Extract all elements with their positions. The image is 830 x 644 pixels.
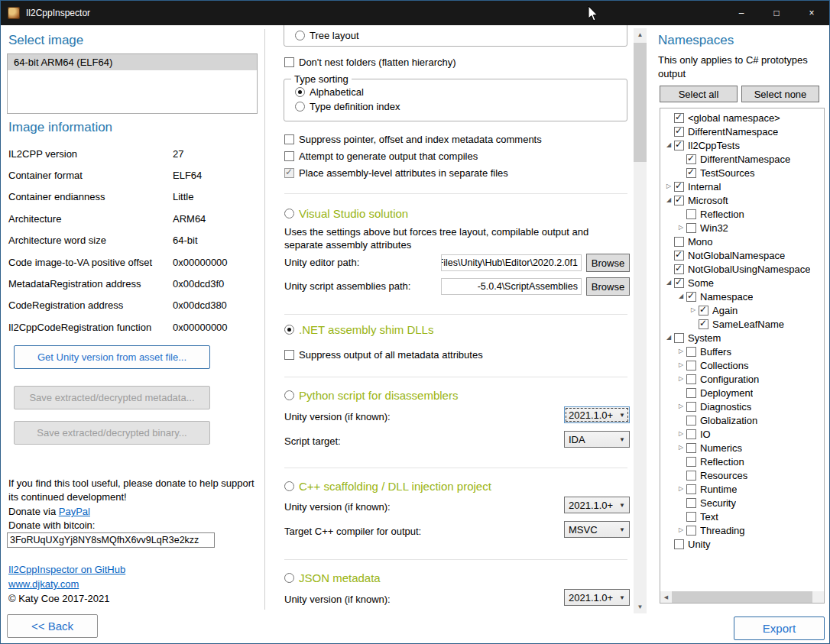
compilable-output-checkbox[interactable] (284, 151, 294, 161)
namespace-checkbox[interactable] (674, 141, 684, 150)
namespace-checkbox[interactable] (686, 223, 696, 233)
namespace-checkbox[interactable] (674, 278, 684, 288)
expander-expanded-icon[interactable]: ◢ (663, 331, 674, 345)
expander-collapsed-icon[interactable]: ▷ (676, 221, 686, 235)
script-assemblies-path-input[interactable]: -5.0.4\ScriptAssemblies (441, 278, 582, 295)
json-metadata-radio[interactable] (284, 573, 294, 583)
export-button[interactable]: Export (734, 616, 825, 640)
expander-collapsed-icon[interactable]: ▷ (688, 303, 699, 317)
namespace-tree-item[interactable]: <global namespace> (660, 111, 824, 125)
namespace-tree-item[interactable]: ▷Again (660, 303, 824, 317)
namespace-tree-item[interactable]: ▷Buffers (660, 345, 824, 358)
namespace-checkbox[interactable] (686, 402, 696, 412)
namespace-checkbox[interactable] (686, 526, 696, 536)
namespace-checkbox[interactable] (674, 182, 684, 192)
alphabetical-radio[interactable] (295, 87, 305, 97)
python-script-radio[interactable] (284, 390, 294, 400)
cpp-scaffolding-radio[interactable] (284, 481, 294, 491)
namespace-tree-item[interactable]: Deployment (660, 386, 824, 400)
namespace-checkbox[interactable] (674, 113, 684, 123)
python-unity-version-select[interactable]: 2021.1.0+ ▼ (564, 406, 630, 423)
namespace-checkbox[interactable] (686, 168, 696, 178)
website-link[interactable]: www.djkaty.com (8, 578, 79, 590)
expander-collapsed-icon[interactable]: ▷ (676, 523, 686, 537)
unity-editor-path-input[interactable]: Files\Unity\Hub\Editor\2020.2.0f1 (441, 254, 582, 271)
namespace-checkbox[interactable] (686, 512, 696, 522)
suppress-comments-checkbox[interactable] (284, 134, 294, 144)
scroll-up-icon[interactable]: ▲ (634, 28, 647, 41)
namespace-tree-item[interactable]: ▷Collections (660, 358, 824, 372)
namespace-tree-item[interactable]: Resources (660, 468, 824, 482)
namespace-tree-item[interactable]: ◢System (660, 331, 824, 345)
namespace-checkbox[interactable] (686, 416, 696, 426)
namespace-checkbox[interactable] (686, 471, 696, 481)
namespace-checkbox[interactable] (686, 154, 696, 164)
shim-dlls-radio[interactable] (284, 325, 294, 335)
expander-collapsed-icon[interactable]: ▷ (676, 345, 686, 358)
suppress-metadata-attributes-checkbox[interactable] (284, 350, 294, 360)
namespace-tree-item[interactable]: ▷Runtime (660, 482, 824, 496)
close-icon[interactable]: × (794, 1, 829, 25)
expander-collapsed-icon[interactable]: ▷ (676, 358, 686, 372)
expander-collapsed-icon[interactable]: ▷ (676, 372, 686, 386)
titlebar[interactable]: Il2CppInspector – □ × (1, 1, 829, 25)
namespace-checkbox[interactable] (699, 306, 708, 316)
namespace-tree-item[interactable]: ▷Numerics (660, 441, 824, 455)
namespace-tree-item[interactable]: Text (660, 510, 824, 523)
namespace-checkbox[interactable] (674, 333, 684, 343)
expander-collapsed-icon[interactable]: ▷ (676, 400, 686, 413)
maximize-icon[interactable]: □ (759, 1, 794, 25)
namespace-checkbox[interactable] (674, 539, 684, 549)
namespace-tree-item[interactable]: Reflection (660, 455, 824, 468)
namespace-tree-item[interactable]: ◢Some (660, 276, 824, 290)
image-list-item[interactable]: 64-bit ARM64 (ELF64) (8, 54, 257, 70)
namespace-tree-item[interactable]: NotGlobalUsingNamespace (660, 262, 824, 276)
namespace-checkbox[interactable] (686, 498, 696, 508)
script-target-select[interactable]: IDA ▼ (564, 431, 630, 448)
center-scrollbar[interactable]: ▲ ▼ (634, 28, 647, 613)
expander-expanded-icon[interactable]: ◢ (663, 276, 674, 290)
expander-expanded-icon[interactable]: ◢ (676, 290, 686, 303)
namespace-tree-item[interactable]: DifferentNamespace (660, 152, 824, 166)
tree-layout-radio[interactable] (295, 31, 305, 40)
namespace-tree-item[interactable]: ▷Internal (660, 180, 824, 193)
cpp-unity-version-select[interactable]: 2021.1.0+ ▼ (564, 497, 630, 513)
namespace-tree-item[interactable]: Unity (660, 537, 824, 551)
namespace-checkbox[interactable] (674, 251, 684, 261)
namespace-tree-item[interactable]: ▷Diagnostics (660, 400, 824, 413)
namespace-checkbox[interactable] (699, 319, 708, 329)
scrollbar-thumb[interactable] (672, 591, 812, 603)
namespace-tree-item[interactable]: Mono (660, 235, 824, 248)
namespace-tree-item[interactable]: ▷IO (660, 427, 824, 441)
namespace-checkbox[interactable] (686, 374, 696, 384)
expander-expanded-icon[interactable]: ◢ (663, 193, 674, 207)
tree-horizontal-scrollbar[interactable]: ◀ ▶ (660, 591, 824, 603)
namespace-tree-item[interactable]: Security (660, 496, 824, 510)
save-metadata-button[interactable]: Save extracted/decrypted metadata... (14, 386, 210, 409)
bitcoin-address-input[interactable] (7, 532, 215, 548)
expander-collapsed-icon[interactable]: ▷ (676, 441, 686, 455)
namespace-checkbox[interactable] (686, 443, 696, 453)
namespace-tree-item[interactable]: ◢Il2CppTests (660, 138, 824, 152)
back-button[interactable]: << Back (7, 614, 98, 638)
scrollbar-thumb[interactable] (634, 43, 647, 162)
select-all-button[interactable]: Select all (660, 86, 738, 102)
get-unity-version-button[interactable]: Get Unity version from asset file... (14, 345, 210, 369)
namespace-tree-item[interactable]: ▷Threading (660, 523, 824, 537)
namespace-checkbox[interactable] (686, 484, 696, 494)
namespace-checkbox[interactable] (674, 127, 684, 137)
flatten-hierarchy-checkbox[interactable] (284, 57, 294, 67)
namespace-tree-item[interactable]: Reflection (660, 207, 824, 221)
minimize-icon[interactable]: – (724, 1, 759, 25)
namespace-checkbox[interactable] (686, 347, 696, 357)
vs-solution-radio[interactable] (284, 209, 294, 218)
select-none-button[interactable]: Select none (741, 86, 819, 102)
save-binary-button[interactable]: Save extracted/decrypted binary... (14, 421, 210, 445)
image-listbox[interactable]: 64-bit ARM64 (ELF64) (7, 53, 258, 114)
type-definition-index-radio[interactable] (295, 102, 305, 112)
browse-editor-path-button[interactable]: Browse (586, 254, 630, 272)
namespace-checkbox[interactable] (686, 429, 696, 439)
expander-collapsed-icon[interactable]: ▷ (676, 482, 686, 496)
paypal-link[interactable]: PayPal (59, 506, 90, 517)
expander-collapsed-icon[interactable]: ▷ (676, 427, 686, 441)
